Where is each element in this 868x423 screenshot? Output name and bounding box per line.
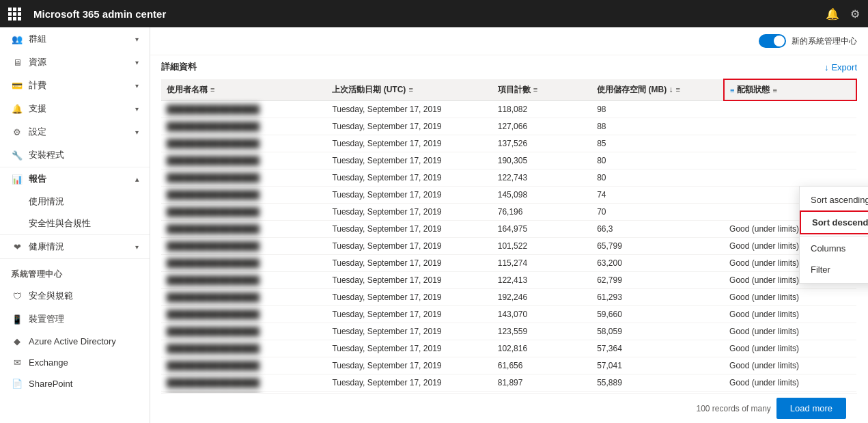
sidebar-item-sharepoint[interactable]: 📄 SharePoint bbox=[0, 373, 150, 394]
table-row: ████████████████ Tuesday, September 17, … bbox=[161, 391, 856, 393]
cell-storage: 88 bbox=[591, 118, 724, 135]
table-row: ████████████████ Tuesday, September 17, … bbox=[161, 152, 856, 169]
chevron-up-icon: ▴ bbox=[135, 176, 139, 183]
chevron-down-icon: ▾ bbox=[135, 243, 139, 251]
columns-item[interactable]: Columns bbox=[800, 238, 868, 259]
load-more-button[interactable]: Load more bbox=[776, 398, 846, 419]
col-username: 使用者名稱 ≡ bbox=[161, 79, 326, 100]
table-body: ████████████████ Tuesday, September 17, … bbox=[161, 100, 856, 393]
filter-item[interactable]: Filter bbox=[800, 259, 868, 280]
sort-ascending-item[interactable]: Sort ascending bbox=[800, 189, 868, 210]
sidebar-section-reports: 📊 報告 ▴ 使用情況 安全性與合規性 bbox=[0, 167, 150, 235]
col-quota-status: ≡ 配額狀態 ≡ bbox=[724, 79, 856, 100]
table-row: ████████████████ Tuesday, September 17, … bbox=[161, 305, 856, 323]
cell-username: ████████████████ bbox=[161, 374, 326, 391]
cell-items: 101,522 bbox=[492, 237, 591, 254]
col-last-activity-filter[interactable]: ≡ bbox=[408, 85, 412, 94]
cell-username: ████████████████ bbox=[161, 305, 326, 323]
cell-username: ████████████████ bbox=[161, 169, 326, 186]
cell-date: Tuesday, September 17, 2019 bbox=[326, 220, 492, 237]
cell-status bbox=[724, 169, 856, 186]
export-button[interactable]: ↓ Export bbox=[824, 62, 857, 72]
billing-icon: 💳 bbox=[11, 81, 23, 91]
cell-items: 103,858 bbox=[492, 391, 591, 393]
cell-username: ████████████████ bbox=[161, 391, 326, 393]
sidebar-item-resources[interactable]: 🖥 資源 ▾ bbox=[0, 51, 150, 74]
sidebar-item-security-policy[interactable]: 🛡 安全與規範 bbox=[0, 284, 150, 308]
cell-username: ████████████████ bbox=[161, 100, 326, 118]
cell-items: 76,196 bbox=[492, 203, 591, 220]
sidebar-item-device-mgmt[interactable]: 📱 裝置管理 bbox=[0, 308, 150, 331]
cell-status bbox=[724, 100, 856, 118]
cell-status bbox=[724, 118, 856, 135]
sidebar-item-label: 安全與規範 bbox=[29, 290, 139, 302]
cell-username: ████████████████ bbox=[161, 186, 326, 203]
cell-date: Tuesday, September 17, 2019 bbox=[326, 271, 492, 288]
col-last-activity: 上次活動日期 (UTC) ≡ bbox=[326, 79, 492, 100]
col-quota-filter[interactable]: ≡ bbox=[772, 86, 776, 94]
sharepoint-icon: 📄 bbox=[11, 379, 23, 389]
settings-icon[interactable]: ⚙ bbox=[850, 8, 860, 21]
sidebar-item-exchange[interactable]: ✉ Exchange bbox=[0, 352, 150, 373]
sort-asc-label: Sort ascending bbox=[811, 195, 868, 205]
cell-storage: 85 bbox=[591, 135, 724, 152]
sidebar-item-usage[interactable]: 使用情況 bbox=[0, 191, 150, 213]
content-area: 新的系統管理中心 詳細資料 ↓ Export 使用者名稱 bbox=[150, 27, 868, 423]
cell-date: Tuesday, September 17, 2019 bbox=[326, 391, 492, 393]
cell-items: 164,975 bbox=[492, 220, 591, 237]
col-item-count-label: 項目計數 bbox=[498, 84, 531, 96]
cell-status bbox=[724, 152, 856, 169]
cell-username: ████████████████ bbox=[161, 135, 326, 152]
sidebar-item-label: SharePoint bbox=[29, 379, 139, 389]
cell-items: 61,656 bbox=[492, 357, 591, 374]
sidebar-item-billing[interactable]: 💳 計費 ▾ bbox=[0, 74, 150, 97]
cell-date: Tuesday, September 17, 2019 bbox=[326, 203, 492, 220]
table-row: ████████████████ Tuesday, September 17, … bbox=[161, 323, 856, 340]
resources-icon: 🖥 bbox=[11, 57, 23, 68]
chevron-down-icon: ▾ bbox=[135, 82, 139, 90]
toggle-label: 新的系統管理中心 bbox=[792, 36, 857, 47]
cell-date: Tuesday, September 17, 2019 bbox=[326, 118, 492, 135]
cell-items: 192,246 bbox=[492, 288, 591, 305]
device-icon: 📱 bbox=[11, 314, 23, 325]
col-username-label: 使用者名稱 bbox=[167, 84, 208, 96]
sidebar-item-settings[interactable]: ⚙ 設定 ▾ bbox=[0, 120, 150, 144]
cell-items: 123,559 bbox=[492, 323, 591, 340]
cell-date: Tuesday, September 17, 2019 bbox=[326, 340, 492, 357]
cell-date: Tuesday, September 17, 2019 bbox=[326, 323, 492, 340]
table-header: 使用者名稱 ≡ 上次活動日期 (UTC) ≡ bbox=[161, 79, 856, 100]
sidebar-group-reports[interactable]: 📊 報告 ▴ bbox=[0, 167, 150, 191]
table-row: ████████████████ Tuesday, September 17, … bbox=[161, 271, 856, 288]
sidebar-section-health: ❤ 健康情況 ▾ bbox=[0, 235, 150, 259]
col-quota-filter-active[interactable]: ≡ bbox=[730, 86, 734, 94]
column-menu-dropdown: Sort ascending Sort descending Columns F… bbox=[799, 186, 868, 284]
cell-date: Tuesday, September 17, 2019 bbox=[326, 374, 492, 391]
export-icon: ↓ bbox=[824, 62, 829, 72]
cell-items: 102,816 bbox=[492, 340, 591, 357]
sidebar-item-security-compliance[interactable]: 安全性與合規性 bbox=[0, 213, 150, 234]
col-username-filter[interactable]: ≡ bbox=[210, 85, 214, 94]
sort-descending-item[interactable]: Sort descending bbox=[800, 210, 868, 234]
cell-username: ████████████████ bbox=[161, 203, 326, 220]
app-grid-icon[interactable] bbox=[8, 8, 21, 21]
table-scroll[interactable]: 使用者名稱 ≡ 上次活動日期 (UTC) ≡ bbox=[161, 79, 857, 393]
table-row: ████████████████ Tuesday, September 17, … bbox=[161, 220, 856, 237]
sidebar-item-health[interactable]: ❤ 健康情況 ▾ bbox=[0, 235, 150, 258]
cell-username: ████████████████ bbox=[161, 237, 326, 254]
table-row: ████████████████ Tuesday, September 17, … bbox=[161, 374, 856, 391]
table-row: ████████████████ Tuesday, September 17, … bbox=[161, 254, 856, 271]
sidebar-item-install[interactable]: 🔧 安裝程式 bbox=[0, 144, 150, 167]
notification-icon[interactable]: 🔔 bbox=[826, 8, 839, 21]
cell-username: ████████████████ bbox=[161, 118, 326, 135]
sidebar-item-support[interactable]: 🔔 支援 ▾ bbox=[0, 97, 150, 120]
col-item-count-filter[interactable]: ≡ bbox=[533, 85, 537, 94]
col-storage-filter[interactable]: ≡ bbox=[676, 85, 680, 94]
new-admin-toggle[interactable] bbox=[759, 34, 786, 48]
sidebar-item-azure-ad[interactable]: ◆ Azure Active Directory bbox=[0, 331, 150, 352]
sidebar-item-groups[interactable]: 👥 群組 ▾ bbox=[0, 27, 150, 51]
cell-username: ████████████████ bbox=[161, 271, 326, 288]
topbar: Microsoft 365 admin center 🔔 ⚙ bbox=[0, 0, 868, 27]
table-row: ████████████████ Tuesday, September 17, … bbox=[161, 340, 856, 357]
gear-icon: ⚙ bbox=[11, 127, 23, 137]
cell-username: ████████████████ bbox=[161, 340, 326, 357]
